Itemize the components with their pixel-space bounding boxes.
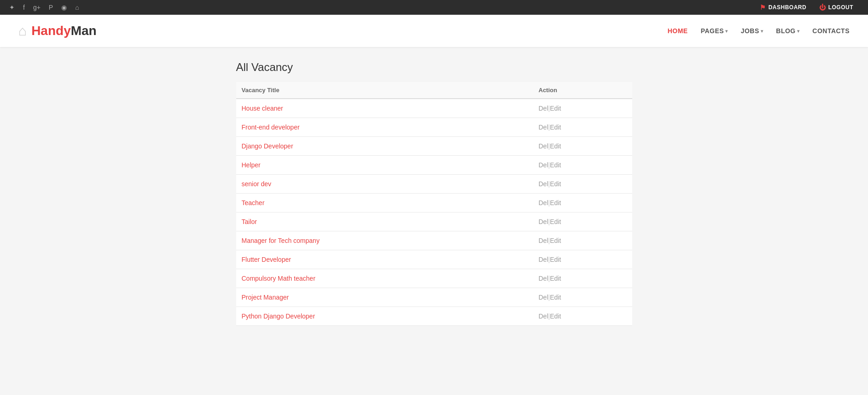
nav-jobs[interactable]: JOBS ▾	[741, 27, 763, 35]
edit-action[interactable]: Edit	[550, 218, 561, 225]
vacancy-action-cell: Del|Edit	[533, 99, 632, 118]
vacancy-action-cell: Del|Edit	[533, 194, 632, 212]
vacancy-action-cell: Del|Edit	[533, 269, 632, 288]
table-row: Django DeveloperDel|Edit	[236, 137, 632, 156]
main-nav: HOME PAGES ▾ JOBS ▾ BLOG ▾ CONTACTS	[668, 27, 850, 35]
table-row: TeacherDel|Edit	[236, 194, 632, 212]
vacancy-action-cell: Del|Edit	[533, 175, 632, 194]
vacancy-title-cell: Tailor	[236, 212, 533, 231]
delete-action[interactable]: Del	[539, 142, 548, 150]
edit-action[interactable]: Edit	[550, 161, 561, 169]
vacancy-action-cell: Del|Edit	[533, 137, 632, 156]
vacancy-title-link[interactable]: Front-end developer	[242, 124, 300, 131]
logo-man-text: Man	[71, 24, 97, 38]
vacancy-title-link[interactable]: Compulsory Math teacher	[242, 275, 315, 282]
logo-handy-text: Handy	[31, 24, 71, 38]
vacancy-title-link[interactable]: Tailor	[242, 218, 257, 225]
logout-button[interactable]: ⏻ LOGOUT	[814, 2, 859, 13]
delete-action[interactable]: Del	[539, 256, 548, 263]
edit-action[interactable]: Edit	[550, 180, 561, 188]
logo[interactable]: ⌂ HandyMan	[18, 23, 97, 39]
edit-action[interactable]: Edit	[550, 312, 561, 320]
delete-action[interactable]: Del	[539, 275, 548, 282]
nav-home[interactable]: HOME	[668, 27, 688, 35]
pinterest-icon[interactable]: P	[49, 4, 53, 11]
delete-action[interactable]: Del	[539, 218, 548, 225]
edit-action[interactable]: Edit	[550, 275, 561, 282]
delete-action[interactable]: Del	[539, 124, 548, 131]
nav-pages[interactable]: PAGES ▾	[701, 27, 728, 35]
vacancy-action-cell: Del|Edit	[533, 250, 632, 269]
table-row: Project ManagerDel|Edit	[236, 288, 632, 307]
vacancy-title-cell: Front-end developer	[236, 118, 533, 137]
twitter-icon[interactable]: ✦	[9, 4, 15, 11]
table-row: HelperDel|Edit	[236, 156, 632, 175]
dashboard-icon: ⚑	[760, 4, 766, 11]
vacancy-title-link[interactable]: House cleaner	[242, 105, 283, 112]
dashboard-button[interactable]: ⚑ DASHBOARD	[754, 2, 812, 13]
top-bar: ✦ f g+ P ◉ ⌂ ⚑ DASHBOARD ⏻ LOGOUT	[0, 0, 868, 15]
vacancy-title-link[interactable]: Python Django Developer	[242, 312, 315, 320]
vacancy-title-link[interactable]: Teacher	[242, 199, 265, 206]
table-row: Manager for Tech companyDel|Edit	[236, 231, 632, 250]
delete-action[interactable]: Del	[539, 294, 548, 301]
vacancy-title-link[interactable]: Flutter Developer	[242, 256, 291, 263]
facebook-icon[interactable]: f	[23, 4, 25, 11]
instagram-icon[interactable]: ◉	[61, 4, 67, 11]
jobs-chevron-icon: ▾	[761, 29, 763, 34]
dashboard-label: DASHBOARD	[769, 4, 807, 11]
edit-action[interactable]: Edit	[550, 256, 561, 263]
vacancy-table: Vacancy Title Action House cleanerDel|Ed…	[236, 82, 632, 326]
table-row: senior devDel|Edit	[236, 175, 632, 194]
table-row: Python Django DeveloperDel|Edit	[236, 307, 632, 326]
vacancy-title-link[interactable]: Django Developer	[242, 142, 293, 150]
blog-chevron-icon: ▾	[797, 29, 800, 34]
vacancy-title-cell: Manager for Tech company	[236, 231, 533, 250]
rss-icon[interactable]: ⌂	[75, 4, 79, 11]
vacancy-title-cell: Python Django Developer	[236, 307, 533, 326]
vacancy-title-link[interactable]: Helper	[242, 161, 261, 169]
delete-action[interactable]: Del	[539, 312, 548, 320]
table-row: TailorDel|Edit	[236, 212, 632, 231]
vacancy-title-cell: House cleaner	[236, 99, 533, 118]
vacancy-title-cell: Teacher	[236, 194, 533, 212]
table-row: Flutter DeveloperDel|Edit	[236, 250, 632, 269]
nav-contacts[interactable]: CONTACTS	[812, 27, 850, 35]
vacancy-action-cell: Del|Edit	[533, 307, 632, 326]
vacancy-action-cell: Del|Edit	[533, 118, 632, 137]
table-header-row: Vacancy Title Action	[236, 82, 632, 99]
vacancy-action-cell: Del|Edit	[533, 156, 632, 175]
delete-action[interactable]: Del	[539, 105, 548, 112]
vacancy-title-cell: senior dev	[236, 175, 533, 194]
vacancy-title-cell: Flutter Developer	[236, 250, 533, 269]
header: ⌂ HandyMan HOME PAGES ▾ JOBS ▾ BLOG ▾ CO…	[0, 15, 868, 47]
delete-action[interactable]: Del	[539, 161, 548, 169]
delete-action[interactable]: Del	[539, 237, 548, 244]
vacancy-title-cell: Helper	[236, 156, 533, 175]
edit-action[interactable]: Edit	[550, 199, 561, 206]
vacancy-title-link[interactable]: senior dev	[242, 180, 272, 188]
page-title: All Vacancy	[236, 61, 632, 74]
edit-action[interactable]: Edit	[550, 237, 561, 244]
edit-action[interactable]: Edit	[550, 124, 561, 131]
edit-action[interactable]: Edit	[550, 142, 561, 150]
vacancy-title-cell: Project Manager	[236, 288, 533, 307]
table-row: Front-end developerDel|Edit	[236, 118, 632, 137]
table-row: House cleanerDel|Edit	[236, 99, 632, 118]
main-content: All Vacancy Vacancy Title Action House c…	[227, 61, 641, 326]
nav-blog[interactable]: BLOG ▾	[776, 27, 799, 35]
edit-action[interactable]: Edit	[550, 105, 561, 112]
col-header-action: Action	[533, 82, 632, 99]
vacancy-title-link[interactable]: Manager for Tech company	[242, 237, 320, 244]
social-icons: ✦ f g+ P ◉ ⌂	[9, 4, 79, 11]
vacancy-action-cell: Del|Edit	[533, 231, 632, 250]
col-header-title: Vacancy Title	[236, 82, 533, 99]
top-bar-actions: ⚑ DASHBOARD ⏻ LOGOUT	[754, 2, 859, 13]
delete-action[interactable]: Del	[539, 199, 548, 206]
edit-action[interactable]: Edit	[550, 294, 561, 301]
delete-action[interactable]: Del	[539, 180, 548, 188]
logo-house-icon: ⌂	[18, 23, 27, 39]
vacancy-title-link[interactable]: Project Manager	[242, 294, 289, 301]
google-plus-icon[interactable]: g+	[33, 4, 41, 11]
table-row: Compulsory Math teacherDel|Edit	[236, 269, 632, 288]
